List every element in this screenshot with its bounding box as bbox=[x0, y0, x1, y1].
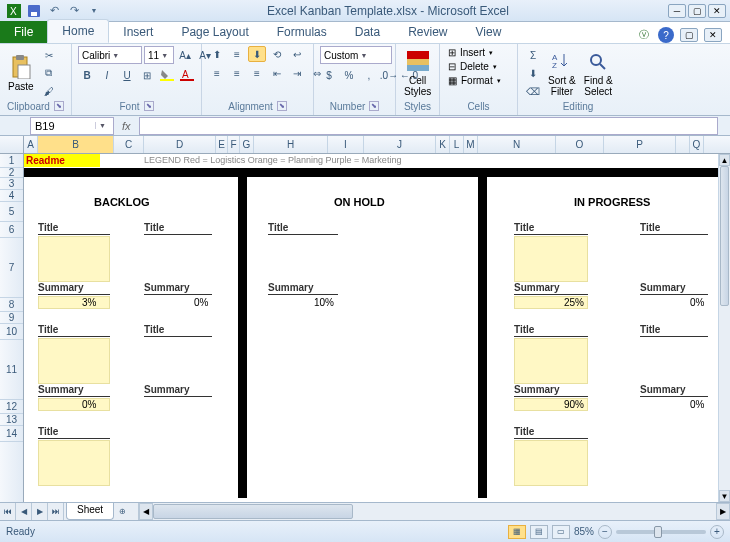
tab-insert[interactable]: Insert bbox=[109, 21, 167, 43]
italic-button[interactable]: I bbox=[98, 67, 116, 83]
increase-indent-icon[interactable]: ⇥ bbox=[288, 65, 306, 81]
col-header-E[interactable]: E bbox=[216, 136, 228, 153]
sheet-tab[interactable]: Sheet bbox=[66, 503, 114, 520]
cell-styles-button[interactable]: Cell Styles bbox=[402, 47, 433, 99]
col-header-O[interactable]: O bbox=[556, 136, 604, 153]
increase-font-icon[interactable]: A▴ bbox=[176, 47, 194, 63]
font-color-button[interactable]: A bbox=[178, 67, 196, 83]
name-box[interactable]: ▼ bbox=[30, 117, 114, 135]
col-header-B[interactable]: B bbox=[38, 136, 114, 153]
col-header-C[interactable]: C bbox=[114, 136, 144, 153]
file-tab[interactable]: File bbox=[0, 21, 47, 43]
row-header-10[interactable]: 10 bbox=[0, 324, 23, 340]
align-middle-icon[interactable]: ≡ bbox=[228, 46, 246, 62]
row-header-2[interactable]: 2 bbox=[0, 168, 23, 178]
scroll-right-icon[interactable]: ▶ bbox=[716, 503, 730, 520]
zoom-slider-thumb[interactable] bbox=[654, 526, 662, 538]
insert-cells-button[interactable]: ⊞Insert▾ bbox=[446, 46, 495, 59]
hscroll-thumb[interactable] bbox=[153, 504, 353, 519]
tab-home[interactable]: Home bbox=[47, 19, 109, 43]
col-header-F[interactable]: F bbox=[228, 136, 240, 153]
delete-cells-button[interactable]: ⊟Delete▾ bbox=[446, 60, 499, 73]
underline-button[interactable]: U bbox=[118, 67, 136, 83]
row-header-11[interactable]: 11 bbox=[0, 340, 23, 400]
name-box-dropdown-icon[interactable]: ▼ bbox=[95, 122, 109, 129]
col-header-H[interactable]: H bbox=[254, 136, 328, 153]
col-header-G[interactable]: G bbox=[240, 136, 254, 153]
row-header-7[interactable]: 7 bbox=[0, 238, 23, 298]
align-center-icon[interactable]: ≡ bbox=[228, 65, 246, 81]
qat-dropdown-icon[interactable]: ▼ bbox=[86, 3, 102, 19]
view-page-break-icon[interactable]: ▭ bbox=[552, 525, 570, 539]
copy-icon[interactable]: ⧉ bbox=[40, 65, 58, 81]
view-normal-icon[interactable]: ▦ bbox=[508, 525, 526, 539]
col-header-M[interactable]: M bbox=[464, 136, 478, 153]
card-n7[interactable] bbox=[514, 236, 588, 282]
sheet-nav-last-icon[interactable]: ⏭ bbox=[48, 503, 64, 520]
align-bottom-icon[interactable]: ⬇ bbox=[248, 46, 266, 62]
clipboard-launcher[interactable]: ⬊ bbox=[54, 101, 64, 111]
row-header-3[interactable]: 3 bbox=[0, 178, 23, 190]
find-select-button[interactable]: Find & Select bbox=[582, 47, 615, 99]
minimize-button[interactable]: ─ bbox=[668, 4, 686, 18]
row-header-5[interactable]: 5 bbox=[0, 202, 23, 222]
save-icon[interactable] bbox=[26, 3, 42, 19]
col-header-A[interactable]: A bbox=[24, 136, 38, 153]
number-format-combo[interactable]: Custom▼ bbox=[320, 46, 392, 64]
fx-icon[interactable]: fx bbox=[114, 120, 139, 132]
autosum-icon[interactable]: Σ bbox=[524, 47, 542, 63]
row-header-12[interactable]: 12 bbox=[0, 400, 23, 414]
row-header-14[interactable]: 14 bbox=[0, 426, 23, 442]
scroll-left-icon[interactable]: ◀ bbox=[139, 503, 153, 520]
accounting-format-icon[interactable]: $ bbox=[320, 67, 338, 83]
row-header-13[interactable]: 13 bbox=[0, 414, 23, 426]
redo-icon[interactable]: ↷ bbox=[66, 3, 82, 19]
help-icon[interactable]: ? bbox=[658, 27, 674, 43]
tab-view[interactable]: View bbox=[462, 21, 516, 43]
sort-filter-button[interactable]: AZ Sort & Filter bbox=[546, 47, 578, 99]
orientation-icon[interactable]: ⟲ bbox=[268, 46, 286, 62]
wrap-text-icon[interactable]: ↩ bbox=[288, 46, 306, 62]
horizontal-scrollbar[interactable]: ◀ ▶ bbox=[138, 503, 730, 520]
card-b7[interactable] bbox=[38, 236, 110, 282]
comma-format-icon[interactable]: , bbox=[360, 67, 378, 83]
select-all-corner[interactable] bbox=[0, 136, 24, 153]
vertical-scrollbar[interactable]: ▲ ▼ bbox=[718, 154, 730, 502]
clear-icon[interactable]: ⌫ bbox=[524, 83, 542, 99]
percent-format-icon[interactable]: % bbox=[340, 67, 358, 83]
fill-color-button[interactable] bbox=[158, 67, 176, 83]
maximize-button[interactable]: ▢ bbox=[688, 4, 706, 18]
col-header-Q[interactable]: Q bbox=[690, 136, 704, 153]
col-header-N[interactable]: N bbox=[478, 136, 556, 153]
cell-readme[interactable]: Readme bbox=[24, 154, 100, 167]
card-b15[interactable] bbox=[38, 440, 110, 486]
undo-icon[interactable]: ↶ bbox=[46, 3, 62, 19]
alignment-launcher[interactable]: ⬊ bbox=[277, 101, 287, 111]
scroll-up-icon[interactable]: ▲ bbox=[719, 154, 730, 166]
row-header-1[interactable]: 1 bbox=[0, 154, 23, 168]
paste-button[interactable]: Paste bbox=[6, 53, 36, 94]
decrease-indent-icon[interactable]: ⇤ bbox=[268, 65, 286, 81]
bold-button[interactable]: B bbox=[78, 67, 96, 83]
view-page-layout-icon[interactable]: ▤ bbox=[530, 525, 548, 539]
align-left-icon[interactable]: ≡ bbox=[208, 65, 226, 81]
zoom-in-button[interactable]: + bbox=[710, 525, 724, 539]
tab-page-layout[interactable]: Page Layout bbox=[167, 21, 262, 43]
row-header-8[interactable]: 8 bbox=[0, 298, 23, 312]
col-header-I[interactable]: I bbox=[328, 136, 364, 153]
row-header-9[interactable]: 9 bbox=[0, 312, 23, 324]
card-n11[interactable] bbox=[514, 338, 588, 384]
align-right-icon[interactable]: ≡ bbox=[248, 65, 266, 81]
font-launcher[interactable]: ⬊ bbox=[144, 101, 154, 111]
col-header-L[interactable]: L bbox=[450, 136, 464, 153]
restore-workbook-button[interactable]: ▢ bbox=[680, 28, 698, 42]
name-box-input[interactable] bbox=[31, 120, 95, 132]
card-b11[interactable] bbox=[38, 338, 110, 384]
minimize-ribbon-icon[interactable]: ⓥ bbox=[636, 27, 652, 43]
font-size-combo[interactable]: 11▼ bbox=[144, 46, 174, 64]
col-header-J[interactable]: J bbox=[364, 136, 436, 153]
fill-icon[interactable]: ⬇ bbox=[524, 65, 542, 81]
sheet-nav-first-icon[interactable]: ⏮ bbox=[0, 503, 16, 520]
col-header-K[interactable]: K bbox=[436, 136, 450, 153]
font-family-combo[interactable]: Calibri▼ bbox=[78, 46, 142, 64]
